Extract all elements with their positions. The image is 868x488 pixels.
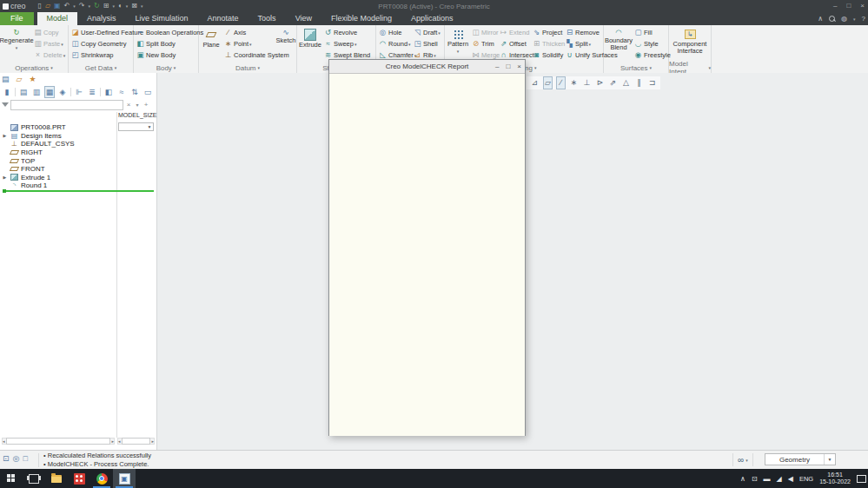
device-tray-icon[interactable]: ⊡ [752, 475, 758, 483]
scrollbar-thumb[interactable] [122, 438, 151, 445]
task-view-button[interactable] [23, 469, 45, 488]
selection-filter-dropdown[interactable]: Geometry ▼ [765, 453, 836, 465]
tree-item-round-1[interactable]: ◝ Round 1 [2, 181, 116, 190]
navigator-toggle-icon[interactable]: ⊡ [3, 454, 10, 463]
tree-horizontal-scrollbar[interactable]: ◂ ▸ [2, 438, 115, 445]
creo-taskbar-button[interactable]: ▣ [113, 469, 136, 488]
folder-browser-tab-icon[interactable]: ▱ [17, 74, 23, 84]
filter-funnel-icon[interactable] [2, 102, 9, 107]
expand-arrow-icon[interactable]: ▶ [2, 175, 8, 180]
fill-button[interactable]: ▢Fill [633, 27, 668, 38]
tree-item-design-items[interactable]: ▶ ▤ Design Items [2, 132, 116, 141]
point-button[interactable]: ∗Point▾ [223, 38, 275, 49]
search-tool[interactable]: ∞ ▾ [732, 453, 753, 466]
regenerate-button[interactable]: ↻ Regenerate ▾ [0, 26, 33, 51]
search-icon[interactable] [829, 16, 835, 22]
file-explorer-button[interactable] [45, 469, 68, 488]
filter-caret-icon[interactable]: ▾ [134, 102, 141, 108]
tree-item-root[interactable]: PRT0008.PRT [2, 123, 116, 132]
model-tree-tab-icon[interactable]: ▤ [2, 74, 10, 84]
tab-tools[interactable]: Tools [248, 12, 286, 25]
remove-button[interactable]: ⊟Remove [565, 27, 603, 38]
show-hidden-icons-chevron[interactable]: ∧ [740, 475, 745, 483]
favorites-tab-icon[interactable]: ★ [29, 74, 36, 84]
body-group-label[interactable]: Body▾ [134, 63, 198, 73]
model-intent-group-label[interactable]: Model Intent▾ [669, 63, 711, 73]
model-size-dropdown-caret[interactable]: ▼ [146, 124, 153, 129]
tab-analysis[interactable]: Analysis [77, 12, 126, 25]
shell-button[interactable]: ◳Shell [413, 38, 444, 49]
scroll-right-arrow-icon[interactable]: ▸ [151, 439, 154, 444]
start-button[interactable] [0, 469, 23, 488]
report-minimize-button[interactable]: – [495, 60, 499, 73]
filter-clear-icon[interactable]: × [125, 101, 132, 109]
selection-filter-caret[interactable]: ▼ [824, 454, 835, 465]
language-indicator[interactable]: ENG [799, 475, 813, 483]
tree-filter-input[interactable] [10, 100, 123, 110]
filter-add-icon[interactable]: + [142, 101, 149, 109]
close-button[interactable]: × [860, 0, 865, 12]
clock[interactable]: 16:51 15-10-2022 [819, 472, 851, 485]
sketch-button[interactable]: ∿ Sketch [275, 26, 296, 44]
minimize-ribbon-icon[interactable]: ∧ [818, 15, 823, 23]
extrude-button[interactable]: Extrude [297, 26, 323, 49]
scrollbar-thumb[interactable] [6, 438, 111, 445]
trim-button[interactable]: ⊘Trim [471, 38, 499, 49]
datum-group-label[interactable]: Datum▾ [199, 63, 296, 73]
boundary-blend-button[interactable]: ◠ Boundary Blend [604, 26, 633, 51]
copy-geometry-button[interactable]: ◫Copy Geometry [70, 38, 135, 49]
annotation-display-icon[interactable]: ⊳ [595, 77, 605, 89]
revolve-button[interactable]: ↺Revolve [323, 27, 374, 38]
help-icon[interactable]: ? [862, 15, 865, 23]
unify-surfaces-button[interactable]: ∪Unify Surfaces [565, 49, 603, 61]
tree-item-default-csys[interactable]: ⊥ DEFAULT_CSYS [2, 140, 116, 148]
tree-columns-icon[interactable]: ▦ [44, 86, 55, 98]
axis-button[interactable]: ∕Axis [223, 27, 275, 38]
report-close-button[interactable]: × [517, 60, 521, 73]
modelcheck-report-titlebar[interactable]: Creo ModelCHECK Report – □ × [329, 60, 525, 74]
user-defined-feature-button[interactable]: ◪User-Defined Feature [70, 27, 135, 38]
volume-icon[interactable]: ◀ [788, 475, 793, 483]
operations-group-label[interactable]: Operations▾ [0, 63, 68, 73]
tree-item-top-plane[interactable]: TOP [2, 156, 116, 165]
tree-column-divider[interactable] [116, 112, 117, 438]
sweep-button[interactable]: ≈Sweep▾ [323, 38, 374, 49]
coordinate-system-button[interactable]: ⊥Coordinate System [223, 49, 275, 61]
expand-arrow-icon[interactable]: ▶ [2, 133, 8, 138]
tab-model[interactable]: Model [37, 12, 78, 25]
tab-view[interactable]: View [286, 12, 321, 25]
split-body-button[interactable]: ◧Split Body [136, 38, 200, 49]
scroll-left-arrow-icon[interactable]: ◂ [118, 439, 121, 444]
action-center-icon[interactable] [857, 475, 866, 483]
tree-item-right-plane[interactable]: RIGHT [2, 148, 116, 157]
boolean-operations-button[interactable]: ◓Boolean Operations [136, 27, 200, 38]
freestyle-button[interactable]: ◉Freestyle [633, 49, 668, 61]
battery-icon[interactable]: ▬ [764, 475, 771, 483]
expand-all-icon[interactable]: ▤ [18, 87, 29, 97]
scroll-right-arrow-icon[interactable]: ▸ [111, 439, 114, 444]
connect-globe-icon[interactable]: ◍ [841, 15, 847, 23]
tree-info-icon[interactable]: ▭ [142, 87, 153, 97]
tree-filters-icon[interactable]: ⊩ [74, 87, 84, 97]
show-part-icon[interactable]: ▮ [2, 87, 12, 97]
surfaces-group-label[interactable]: Surfaces▾ [604, 63, 668, 73]
layers-icon[interactable]: ≈ [116, 87, 127, 97]
round-button[interactable]: ◠Round▾ [378, 38, 413, 49]
component-interface-button[interactable]: ↳ Component Interface [670, 26, 710, 55]
tab-annotate[interactable]: Annotate [198, 12, 248, 25]
shrinkwrap-button[interactable]: ◰Shrinkwrap [70, 49, 135, 61]
modelcheck-report-body[interactable] [329, 74, 525, 436]
new-body-button[interactable]: ▣New Body [136, 49, 200, 61]
collapse-all-icon[interactable]: ▥ [31, 87, 42, 97]
modelcheck-shield-icon[interactable]: ◈ [57, 87, 68, 97]
red-app-button[interactable] [68, 469, 90, 488]
plane-button[interactable]: Plane [199, 26, 223, 49]
split-button[interactable]: ▚Split▾ [565, 38, 603, 49]
draft-button[interactable]: ◹Draft▾ [413, 27, 444, 38]
hole-button[interactable]: ◎Hole [378, 27, 413, 38]
find-binoculars-icon[interactable]: ∞ [738, 455, 744, 465]
pause-icon[interactable]: ∥ [634, 77, 644, 89]
globe-caret[interactable]: ▾ [853, 16, 856, 22]
offset-button[interactable]: ⇗Offset [499, 38, 532, 49]
feature-list-icon[interactable]: ≣ [87, 87, 97, 97]
